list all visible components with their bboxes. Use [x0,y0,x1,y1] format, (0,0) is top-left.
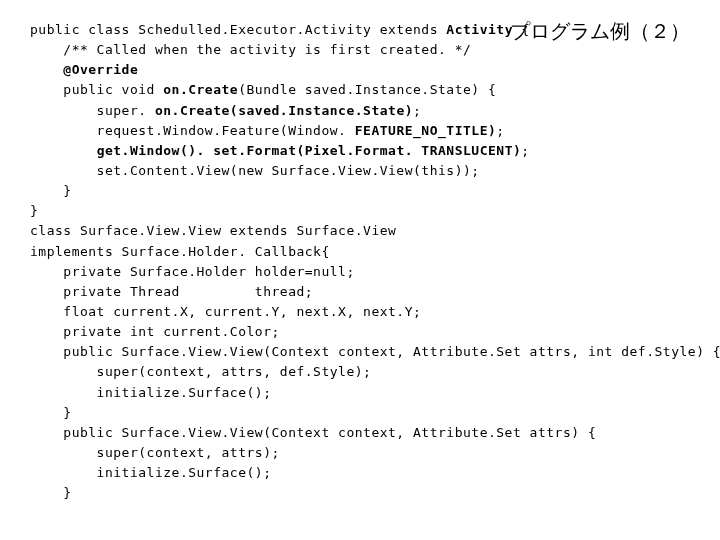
code-line: initialize.Surface(); [30,465,271,480]
code-line: } [30,485,72,500]
code-keyword: Activity [446,22,513,37]
code-line: ; [496,123,504,138]
code-block: public class Schedulled.Executor.Activit… [30,20,690,503]
code-line: super(context, attrs, def.Style); [30,364,371,379]
code-line: float current.X, current.Y, next.X, next… [30,304,421,319]
code-line: public Surface.View.View(Context context… [30,425,596,440]
code-line: set.Content.View(new Surface.View.View(t… [30,163,480,178]
code-line: public void [30,82,163,97]
code-call: on.Create(saved.Instance.State) [155,103,413,118]
code-method: on.Create [163,82,238,97]
code-line: initialize.Surface(); [30,385,271,400]
code-line: public class Schedulled.Executor.Activit… [30,22,446,37]
code-line: private int current.Color; [30,324,280,339]
code-line: } [30,183,72,198]
code-annotation: @Override [63,62,138,77]
code-line: super. [30,103,155,118]
slide-title: プログラム例（２） [510,18,690,45]
code-line: } [30,405,72,420]
code-line: super(context, attrs); [30,445,280,460]
code-line: implements Surface.Holder. Callback{ [30,244,330,259]
code-line: private Surface.Holder holder=null; [30,264,355,279]
code-line: /** Called when the activity is first cr… [30,42,471,57]
code-line: private Thread thread; [30,284,313,299]
code-call: get.Window(). set.Format(Pixel.Format. T… [97,143,522,158]
code-const: FEATURE_NO_TITLE) [355,123,497,138]
code-line: } [30,203,38,218]
code-line: (Bundle saved.Instance.State) { [238,82,496,97]
code-line: request.Window.Feature(Window. [30,123,355,138]
code-line [30,143,97,158]
code-line: ; [521,143,529,158]
code-line: public Surface.View.View(Context context… [30,344,720,359]
code-line: ; [413,103,421,118]
code-line: class Surface.View.View extends Surface.… [30,223,396,238]
code-line [30,62,63,77]
